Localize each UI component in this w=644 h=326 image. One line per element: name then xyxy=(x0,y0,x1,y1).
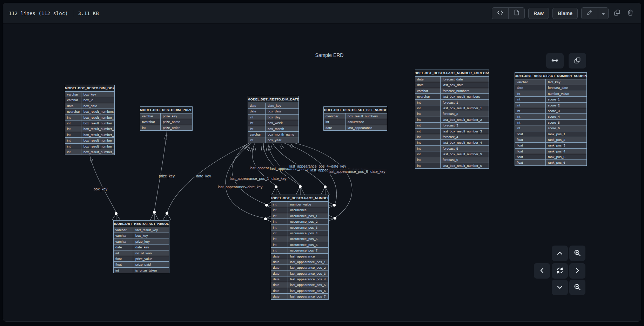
attribute-name: occurrence_pos_3 xyxy=(288,225,328,230)
attribute-type: int xyxy=(415,123,441,128)
attribute-type: int xyxy=(515,91,546,96)
delete-file-button[interactable] xyxy=(625,8,635,19)
entity-row: intnumber_value xyxy=(515,91,586,96)
file-header: 112 lines (112 sloc) 3.11 KB xyxy=(3,3,641,24)
attribute-type: date xyxy=(248,109,266,114)
copy-file-button[interactable] xyxy=(612,8,622,19)
entity-row: varcharfact_result_key xyxy=(114,227,169,233)
attribute-name: occurrence xyxy=(346,119,387,124)
attribute-name: box_month_name xyxy=(266,132,298,137)
attribute-type: float xyxy=(114,256,133,261)
pan-up-button[interactable] xyxy=(552,246,568,261)
attribute-type: date xyxy=(324,125,346,130)
reset-view-button[interactable] xyxy=(552,263,568,279)
attribute-name: forecast_4 xyxy=(441,134,489,139)
edge-label: prize_key xyxy=(158,174,176,178)
entity-row: varcharbox_key xyxy=(65,91,114,97)
attribute-name: score_4 xyxy=(546,114,586,119)
attribute-name: prize_name xyxy=(161,119,192,124)
attribute-name: is_prize_taken xyxy=(133,268,169,273)
blame-button[interactable]: Blame xyxy=(552,8,578,19)
entity-row: datelast_appearance_pos_7 xyxy=(271,293,328,299)
chevron-left-icon xyxy=(540,268,544,274)
pan-left-button[interactable] xyxy=(534,263,550,279)
attribute-type: int xyxy=(65,115,81,120)
entity-title: MODEL.DBT_RESTO.FACT_NUMBER_FORECAST xyxy=(415,70,489,76)
attribute-name: last_appearance_pos_7 xyxy=(288,294,328,299)
entity-row: intbox_day xyxy=(248,114,298,120)
entity-title: MODEL.DBT_RESTO.DIM_PRIZE xyxy=(140,107,192,113)
erd-canvas: Sample ERD MODEL.DBT_RESTO.DIM_BOXvarcha… xyxy=(3,24,641,322)
entity-row: intoccurrence_pos_6 xyxy=(271,242,328,247)
copy-diagram-button[interactable] xyxy=(569,53,586,69)
entity-row: intlast_box_result_number_1 xyxy=(415,105,489,111)
entity-title: MODEL.DBT_RESTO.DIM_DATE xyxy=(248,96,298,103)
erd-entity: MODEL.DBT_RESTO.FACT_NUMBER_SCORINGvarch… xyxy=(515,72,587,166)
attribute-name: last_appearance_pos_1 xyxy=(288,259,328,265)
edit-dropdown-button[interactable] xyxy=(598,8,608,19)
attribute-name: forecast_6 xyxy=(441,157,489,162)
entity-row: datelast_appearance_pos_5 xyxy=(271,282,328,287)
fit-width-button[interactable] xyxy=(546,53,564,69)
edit-button[interactable] xyxy=(582,8,598,19)
attribute-type: int xyxy=(515,108,546,113)
edge-label: date_key xyxy=(195,174,212,178)
attribute-type: int xyxy=(271,202,288,207)
attribute-name: box_result_numbers xyxy=(346,113,387,119)
entity-row: varcharbox_id xyxy=(65,97,114,103)
entity-row: datelast_appearance xyxy=(324,125,387,130)
attribute-name: last_box_result_number_2 xyxy=(441,117,489,122)
source-view-button[interactable] xyxy=(492,8,508,19)
zoom-out-icon xyxy=(574,283,581,292)
attribute-type: float xyxy=(515,160,546,165)
attribute-name: rank_pos_2 xyxy=(546,137,586,142)
attribute-type: float xyxy=(114,262,133,267)
attribute-type: int xyxy=(65,120,81,126)
erd-entity: MODEL.DBT_RESTO.DIM_PRIZEvarcharprize_ke… xyxy=(140,106,193,131)
entity-row: datelast_appearance xyxy=(271,253,328,259)
entity-row: intbox_result_number_3 xyxy=(65,126,114,131)
attribute-name: box_result_number_4 xyxy=(81,132,114,137)
attribute-type: date xyxy=(271,282,288,287)
copy-icon xyxy=(574,57,581,65)
chevron-right-icon xyxy=(576,268,579,274)
attribute-name: occurrence xyxy=(288,207,328,213)
attribute-type: date xyxy=(248,103,266,108)
attribute-name: forecast_5 xyxy=(441,146,489,151)
attribute-name: rank_pos_5 xyxy=(546,154,586,159)
entity-row: intlast_box_result_number_4 xyxy=(415,139,489,145)
attribute-name: occurrence_pos_5 xyxy=(288,236,328,241)
attribute-name: score_5 xyxy=(546,120,586,125)
pan-right-button[interactable] xyxy=(569,263,585,279)
attribute-name: last_box_result_number_6 xyxy=(441,163,489,168)
entity-row: datebox_date xyxy=(248,108,298,114)
attribute-type: int xyxy=(114,268,133,273)
attribute-type: nvarchar xyxy=(140,119,161,124)
rendered-view-button[interactable] xyxy=(508,8,524,19)
attribute-type: date xyxy=(65,103,81,109)
raw-button[interactable]: Raw xyxy=(528,8,549,19)
attribute-type: int xyxy=(65,144,81,149)
pan-down-button[interactable] xyxy=(552,280,568,295)
entity-row: varcharbox_month_name xyxy=(248,131,298,137)
entity-row: intforecast_5 xyxy=(415,145,489,151)
attribute-type: nvarchar xyxy=(415,94,441,99)
entity-row: intforecast_3 xyxy=(415,122,489,128)
attribute-type: int xyxy=(415,117,441,122)
entity-row: intoccurrence xyxy=(324,119,387,124)
file-icon xyxy=(514,9,519,17)
entity-row: intlast_box_result_number_5 xyxy=(415,151,489,157)
entity-row: intscore_3 xyxy=(515,108,586,113)
zoom-out-button[interactable] xyxy=(569,280,585,295)
entity-row: intbox_result_number_7 xyxy=(65,149,114,155)
entity-row: intlast_box_result_number_6 xyxy=(415,163,489,168)
entity-row: intno_of_won xyxy=(114,250,169,256)
entity-row: intbox_result_number_5 xyxy=(65,137,114,143)
view-toggle-group xyxy=(492,7,525,19)
attribute-name: occurrence_pos_1 xyxy=(288,213,328,219)
attribute-name: last_box_result_number_1 xyxy=(441,105,489,111)
entity-row: nvarcharbox_result_numbers xyxy=(65,109,114,114)
entity-row: intoccurrence_pos_3 xyxy=(271,224,328,230)
attribute-type: int xyxy=(415,163,441,168)
zoom-in-button[interactable] xyxy=(569,246,585,261)
